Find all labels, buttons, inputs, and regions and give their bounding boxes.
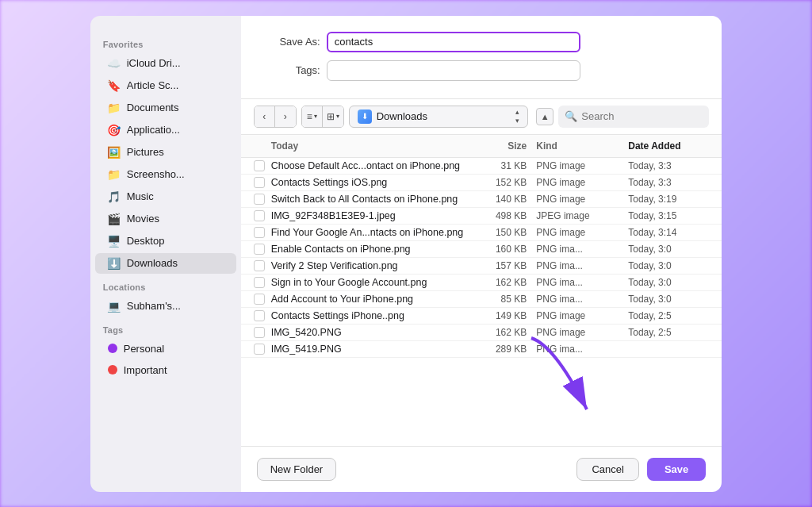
table-row[interactable]: Enable Contacts on iPhone.png 160 KB PNG… (241, 241, 722, 258)
icloud-drive-icon: ☁️ (108, 57, 121, 70)
file-list-header: Today Size Kind Date Added (241, 135, 722, 158)
file-checkbox[interactable] (254, 260, 265, 271)
file-name: Verify 2 Step Verification.png (271, 260, 464, 271)
tags-input[interactable] (327, 60, 580, 81)
sidebar-item-applications[interactable]: 🎯 Applicatio... (95, 120, 236, 140)
file-kind: PNG image (527, 194, 622, 205)
file-size: 160 KB (463, 244, 527, 255)
save-as-input[interactable] (327, 32, 580, 52)
file-checkbox[interactable] (254, 310, 265, 321)
sidebar-item-subhams-label: Subham's... (127, 300, 181, 312)
file-checkbox[interactable] (254, 177, 265, 188)
table-row[interactable]: Add Account to Your iPhone.png 85 KB PNG… (241, 291, 722, 308)
col-date-added: Date Added (622, 138, 709, 154)
new-folder-button[interactable]: New Folder (257, 458, 336, 481)
file-size: 149 KB (463, 310, 527, 321)
table-row[interactable]: Sign in to Your Google Account.png 162 K… (241, 275, 722, 291)
music-icon: 🎵 (108, 190, 121, 203)
file-checkbox[interactable] (254, 277, 265, 288)
sidebar: Favorites ☁️ iCloud Dri... 🔖 Article Sc.… (90, 16, 241, 492)
desktop-icon: 🖥️ (108, 235, 121, 248)
file-size: 31 KB (463, 160, 527, 171)
sidebar-item-applications-label: Applicatio... (127, 124, 180, 136)
save-button[interactable]: Save (647, 458, 706, 481)
sidebar-item-downloads[interactable]: ⬇️ Downloads (95, 253, 236, 274)
location-arrows: ▴ ▾ (515, 108, 519, 125)
file-date: Today, 3:19 (622, 194, 709, 205)
file-checkbox[interactable] (254, 344, 265, 355)
file-checkbox[interactable] (254, 244, 265, 255)
table-row[interactable]: Choose Default Acc...ontact on iPhone.pn… (241, 158, 722, 175)
file-date: Today, 3:0 (622, 277, 709, 288)
file-checkbox[interactable] (254, 160, 265, 171)
file-size: 150 KB (463, 227, 527, 238)
sidebar-item-desktop[interactable]: 🖥️ Desktop (95, 231, 236, 252)
file-list: Choose Default Acc...ontact on iPhone.pn… (241, 158, 722, 446)
file-checkbox[interactable] (254, 327, 265, 338)
sidebar-item-icloud-drive-label: iCloud Dri... (127, 57, 181, 69)
cancel-button[interactable]: Cancel (576, 458, 638, 481)
tags-label: Tags (90, 317, 241, 338)
file-date: Today, 3:0 (622, 294, 709, 305)
important-tag-dot (108, 365, 117, 374)
checkbox-col (254, 138, 271, 154)
sidebar-item-downloads-label: Downloads (127, 257, 178, 269)
screenshots-icon: 📁 (108, 168, 121, 181)
file-checkbox[interactable] (254, 227, 265, 238)
location-selector[interactable]: ⬇ Downloads ▴ ▾ (349, 106, 529, 128)
view-buttons: ≡ ▾ ⊞ ▾ (301, 106, 344, 128)
dialog-footer: New Folder Cancel Save (241, 446, 722, 492)
pictures-icon: 🖼️ (108, 146, 121, 159)
sidebar-item-screenshots[interactable]: 📁 Screensho... (95, 164, 236, 185)
table-row[interactable]: IMG_5419.PNG 289 KB PNG ima... (241, 341, 722, 358)
search-box: 🔍 (558, 106, 709, 128)
file-name: Add Account to Your iPhone.png (271, 294, 464, 305)
search-input[interactable] (581, 110, 692, 122)
file-size: 498 KB (463, 210, 527, 221)
table-row[interactable]: Contacts Settings iOS.png 152 KB PNG ima… (241, 175, 722, 191)
nav-buttons: ‹ › (254, 106, 297, 128)
file-size: 162 KB (463, 277, 527, 288)
table-row[interactable]: IMG_92F348B1E3E9-1.jpeg 498 KB JPEG imag… (241, 208, 722, 225)
file-name: Contacts Settings iOS.png (271, 177, 464, 188)
file-size: 140 KB (463, 194, 527, 205)
file-date: Today, 3:0 (622, 260, 709, 271)
file-name: Find Your Google An...ntacts on iPhone.p… (271, 227, 464, 238)
article-sc-icon: 🔖 (108, 79, 121, 92)
file-size: 289 KB (463, 344, 527, 355)
computer-icon: 💻 (108, 300, 121, 313)
forward-button[interactable]: › (275, 106, 296, 127)
tags-row: Tags: (265, 60, 699, 81)
back-button[interactable]: ‹ (255, 106, 275, 127)
table-row[interactable]: Contacts Settings iPhone..png 149 KB PNG… (241, 308, 722, 325)
table-row[interactable]: Switch Back to All Contacts on iPhone.pn… (241, 191, 722, 208)
grid-view-button[interactable]: ⊞ ▾ (323, 106, 343, 127)
sidebar-item-important-tag[interactable]: Important (95, 360, 236, 380)
sidebar-item-article-sc[interactable]: 🔖 Article Sc... (95, 75, 236, 96)
chevron-up-icon: ▴ (515, 108, 519, 116)
sidebar-item-personal-tag[interactable]: Personal (95, 339, 236, 359)
expand-button[interactable]: ▲ (536, 108, 553, 125)
file-checkbox[interactable] (254, 194, 265, 205)
search-icon: 🔍 (565, 110, 577, 122)
sidebar-item-pictures[interactable]: 🖼️ Pictures (95, 142, 236, 163)
table-row[interactable]: Verify 2 Step Verification.png 157 KB PN… (241, 258, 722, 275)
tags-label: Tags: (265, 64, 320, 76)
locations-label: Locations (90, 275, 241, 295)
sidebar-item-movies[interactable]: 🎬 Movies (95, 209, 236, 229)
file-date: Today, 2:5 (622, 327, 709, 338)
file-checkbox[interactable] (254, 294, 265, 305)
list-view-button[interactable]: ≡ ▾ (302, 106, 323, 127)
expand-icon: ▲ (541, 112, 550, 121)
sidebar-item-music[interactable]: 🎵 Music (95, 186, 236, 207)
sidebar-item-subhams[interactable]: 💻 Subham's... (95, 296, 236, 317)
sidebar-item-documents[interactable]: 📁 Documents (95, 98, 236, 118)
file-name: Choose Default Acc...ontact on iPhone.pn… (271, 160, 464, 171)
file-date: Today, 3:14 (622, 227, 709, 238)
table-row[interactable]: Find Your Google An...ntacts on iPhone.p… (241, 225, 722, 241)
file-checkbox[interactable] (254, 210, 265, 221)
table-row[interactable]: IMG_5420.PNG 162 KB PNG image Today, 2:5 (241, 325, 722, 341)
dialog-toolbar: ‹ › ≡ ▾ ⊞ ▾ (241, 99, 722, 135)
file-size: 85 KB (463, 294, 527, 305)
sidebar-item-icloud-drive[interactable]: ☁️ iCloud Dri... (95, 53, 236, 74)
